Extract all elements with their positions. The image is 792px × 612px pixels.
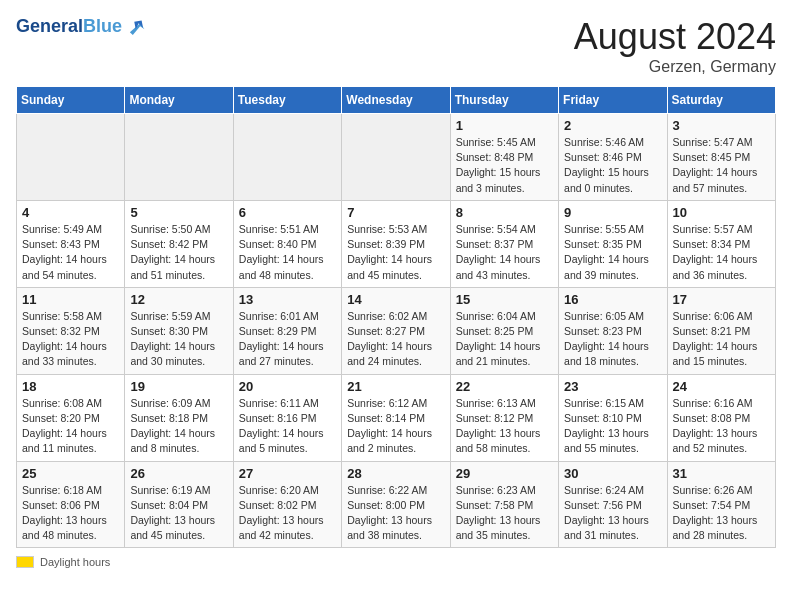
day-number: 29	[456, 466, 553, 481]
day-info: Sunrise: 6:15 AM Sunset: 8:10 PM Dayligh…	[564, 396, 661, 457]
calendar-cell: 23Sunrise: 6:15 AM Sunset: 8:10 PM Dayli…	[559, 374, 667, 461]
day-info: Sunrise: 6:16 AM Sunset: 8:08 PM Dayligh…	[673, 396, 770, 457]
day-number: 3	[673, 118, 770, 133]
day-number: 25	[22, 466, 119, 481]
day-number: 2	[564, 118, 661, 133]
page-header: GeneralBlue August 2024 Gerzen, Germany	[16, 16, 776, 76]
day-number: 17	[673, 292, 770, 307]
day-number: 6	[239, 205, 336, 220]
day-header-sunday: Sunday	[17, 87, 125, 114]
day-header-monday: Monday	[125, 87, 233, 114]
day-number: 10	[673, 205, 770, 220]
day-number: 7	[347, 205, 444, 220]
calendar-cell: 31Sunrise: 6:26 AM Sunset: 7:54 PM Dayli…	[667, 461, 775, 548]
day-number: 12	[130, 292, 227, 307]
day-number: 9	[564, 205, 661, 220]
calendar-cell: 24Sunrise: 6:16 AM Sunset: 8:08 PM Dayli…	[667, 374, 775, 461]
calendar-cell	[125, 114, 233, 201]
day-number: 30	[564, 466, 661, 481]
calendar-cell: 21Sunrise: 6:12 AM Sunset: 8:14 PM Dayli…	[342, 374, 450, 461]
day-number: 26	[130, 466, 227, 481]
day-number: 22	[456, 379, 553, 394]
calendar-footer: Daylight hours	[16, 556, 776, 568]
day-number: 15	[456, 292, 553, 307]
day-number: 24	[673, 379, 770, 394]
day-header-friday: Friday	[559, 87, 667, 114]
day-info: Sunrise: 6:01 AM Sunset: 8:29 PM Dayligh…	[239, 309, 336, 370]
day-info: Sunrise: 5:53 AM Sunset: 8:39 PM Dayligh…	[347, 222, 444, 283]
calendar-cell: 20Sunrise: 6:11 AM Sunset: 8:16 PM Dayli…	[233, 374, 341, 461]
day-info: Sunrise: 5:45 AM Sunset: 8:48 PM Dayligh…	[456, 135, 553, 196]
day-info: Sunrise: 5:50 AM Sunset: 8:42 PM Dayligh…	[130, 222, 227, 283]
day-info: Sunrise: 6:05 AM Sunset: 8:23 PM Dayligh…	[564, 309, 661, 370]
day-info: Sunrise: 5:51 AM Sunset: 8:40 PM Dayligh…	[239, 222, 336, 283]
day-info: Sunrise: 5:57 AM Sunset: 8:34 PM Dayligh…	[673, 222, 770, 283]
calendar-cell: 14Sunrise: 6:02 AM Sunset: 8:27 PM Dayli…	[342, 287, 450, 374]
day-number: 23	[564, 379, 661, 394]
calendar-header-row: SundayMondayTuesdayWednesdayThursdayFrid…	[17, 87, 776, 114]
day-header-wednesday: Wednesday	[342, 87, 450, 114]
day-number: 13	[239, 292, 336, 307]
day-info: Sunrise: 6:08 AM Sunset: 8:20 PM Dayligh…	[22, 396, 119, 457]
calendar-cell	[233, 114, 341, 201]
calendar-cell: 5Sunrise: 5:50 AM Sunset: 8:42 PM Daylig…	[125, 200, 233, 287]
calendar-cell: 15Sunrise: 6:04 AM Sunset: 8:25 PM Dayli…	[450, 287, 558, 374]
calendar-cell: 27Sunrise: 6:20 AM Sunset: 8:02 PM Dayli…	[233, 461, 341, 548]
calendar-cell: 11Sunrise: 5:58 AM Sunset: 8:32 PM Dayli…	[17, 287, 125, 374]
calendar-cell: 16Sunrise: 6:05 AM Sunset: 8:23 PM Dayli…	[559, 287, 667, 374]
day-header-thursday: Thursday	[450, 87, 558, 114]
day-info: Sunrise: 5:49 AM Sunset: 8:43 PM Dayligh…	[22, 222, 119, 283]
day-number: 5	[130, 205, 227, 220]
day-number: 8	[456, 205, 553, 220]
calendar-cell: 12Sunrise: 5:59 AM Sunset: 8:30 PM Dayli…	[125, 287, 233, 374]
calendar-week-row: 4Sunrise: 5:49 AM Sunset: 8:43 PM Daylig…	[17, 200, 776, 287]
calendar-cell: 18Sunrise: 6:08 AM Sunset: 8:20 PM Dayli…	[17, 374, 125, 461]
calendar-cell: 3Sunrise: 5:47 AM Sunset: 8:45 PM Daylig…	[667, 114, 775, 201]
calendar-cell: 1Sunrise: 5:45 AM Sunset: 8:48 PM Daylig…	[450, 114, 558, 201]
calendar-cell: 25Sunrise: 6:18 AM Sunset: 8:06 PM Dayli…	[17, 461, 125, 548]
day-number: 16	[564, 292, 661, 307]
calendar-cell: 8Sunrise: 5:54 AM Sunset: 8:37 PM Daylig…	[450, 200, 558, 287]
day-info: Sunrise: 6:18 AM Sunset: 8:06 PM Dayligh…	[22, 483, 119, 544]
day-info: Sunrise: 6:11 AM Sunset: 8:16 PM Dayligh…	[239, 396, 336, 457]
calendar-cell	[342, 114, 450, 201]
day-info: Sunrise: 6:19 AM Sunset: 8:04 PM Dayligh…	[130, 483, 227, 544]
day-info: Sunrise: 6:22 AM Sunset: 8:00 PM Dayligh…	[347, 483, 444, 544]
calendar-week-row: 1Sunrise: 5:45 AM Sunset: 8:48 PM Daylig…	[17, 114, 776, 201]
day-info: Sunrise: 5:46 AM Sunset: 8:46 PM Dayligh…	[564, 135, 661, 196]
title-block: August 2024 Gerzen, Germany	[574, 16, 776, 76]
calendar-cell: 19Sunrise: 6:09 AM Sunset: 8:18 PM Dayli…	[125, 374, 233, 461]
day-number: 27	[239, 466, 336, 481]
daylight-swatch	[16, 556, 34, 568]
logo-icon	[124, 16, 146, 38]
day-info: Sunrise: 6:23 AM Sunset: 7:58 PM Dayligh…	[456, 483, 553, 544]
calendar-cell: 4Sunrise: 5:49 AM Sunset: 8:43 PM Daylig…	[17, 200, 125, 287]
day-number: 14	[347, 292, 444, 307]
day-info: Sunrise: 6:26 AM Sunset: 7:54 PM Dayligh…	[673, 483, 770, 544]
day-info: Sunrise: 6:06 AM Sunset: 8:21 PM Dayligh…	[673, 309, 770, 370]
calendar-cell: 26Sunrise: 6:19 AM Sunset: 8:04 PM Dayli…	[125, 461, 233, 548]
day-header-tuesday: Tuesday	[233, 87, 341, 114]
day-number: 19	[130, 379, 227, 394]
calendar-cell: 9Sunrise: 5:55 AM Sunset: 8:35 PM Daylig…	[559, 200, 667, 287]
day-number: 20	[239, 379, 336, 394]
day-info: Sunrise: 5:59 AM Sunset: 8:30 PM Dayligh…	[130, 309, 227, 370]
month-title: August 2024	[574, 16, 776, 58]
calendar-cell: 30Sunrise: 6:24 AM Sunset: 7:56 PM Dayli…	[559, 461, 667, 548]
day-header-saturday: Saturday	[667, 87, 775, 114]
day-number: 1	[456, 118, 553, 133]
calendar-cell: 10Sunrise: 5:57 AM Sunset: 8:34 PM Dayli…	[667, 200, 775, 287]
day-info: Sunrise: 6:12 AM Sunset: 8:14 PM Dayligh…	[347, 396, 444, 457]
location-title: Gerzen, Germany	[574, 58, 776, 76]
day-number: 11	[22, 292, 119, 307]
day-info: Sunrise: 5:58 AM Sunset: 8:32 PM Dayligh…	[22, 309, 119, 370]
calendar-week-row: 18Sunrise: 6:08 AM Sunset: 8:20 PM Dayli…	[17, 374, 776, 461]
day-number: 21	[347, 379, 444, 394]
day-info: Sunrise: 6:02 AM Sunset: 8:27 PM Dayligh…	[347, 309, 444, 370]
day-info: Sunrise: 6:24 AM Sunset: 7:56 PM Dayligh…	[564, 483, 661, 544]
calendar-table: SundayMondayTuesdayWednesdayThursdayFrid…	[16, 86, 776, 548]
day-number: 18	[22, 379, 119, 394]
day-info: Sunrise: 5:54 AM Sunset: 8:37 PM Dayligh…	[456, 222, 553, 283]
daylight-label: Daylight hours	[40, 556, 110, 568]
calendar-cell: 13Sunrise: 6:01 AM Sunset: 8:29 PM Dayli…	[233, 287, 341, 374]
